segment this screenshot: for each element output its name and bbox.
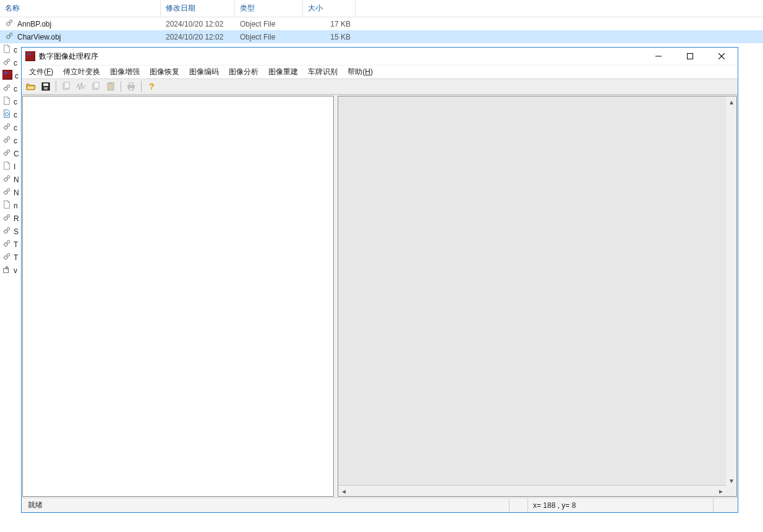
menu-analyze[interactable]: 图像分析 (224, 65, 263, 78)
svg-point-6 (4, 87, 7, 90)
minimize-button[interactable] (644, 48, 672, 65)
file-row[interactable]: AnnBP.obj2024/10/20 12:02Object File17 K… (0, 17, 763, 30)
status-ready: 就绪 (22, 498, 48, 512)
wave-icon (76, 82, 86, 91)
splitter[interactable] (335, 95, 337, 497)
bg-file-glimpse: v (14, 266, 17, 275)
bg-file-glimpse: c (14, 124, 17, 132)
menu-plate[interactable]: 车牌识别 (303, 65, 343, 78)
svg-point-20 (7, 214, 10, 217)
bg-file-item[interactable]: c (0, 43, 21, 56)
bg-file-item[interactable]: S (0, 225, 21, 238)
svg-text:?: ? (149, 82, 155, 91)
app-window: 数字图像处理程序 文件(F)傅立叶变换图像增强图像恢复图像编码图像分析图像重建车… (21, 47, 738, 513)
svg-point-10 (7, 124, 10, 126)
app-icon (25, 51, 35, 61)
file-name: CharView.obj (17, 33, 61, 41)
menu-encode[interactable]: 图像编码 (184, 65, 224, 78)
image-canvas[interactable] (338, 96, 736, 486)
file-icon (2, 70, 12, 82)
col-modified[interactable]: 修改日期 (161, 0, 235, 17)
print-icon (126, 82, 136, 91)
help-icon: ? (147, 82, 156, 91)
svg-point-17 (4, 191, 7, 194)
cut-button[interactable] (59, 80, 73, 93)
file-row[interactable]: CharView.obj2024/10/20 12:02Object File1… (0, 30, 763, 43)
bg-file-item[interactable]: c (0, 108, 21, 121)
open-button[interactable] (24, 80, 38, 93)
scrollbar-vertical[interactable]: ▴ ▾ (726, 96, 736, 486)
status-coordinates: x= 188 , y= 8 (527, 498, 713, 512)
toolbar: ? (22, 78, 738, 95)
obj-file-icon (5, 19, 14, 29)
svg-rect-33 (43, 83, 48, 86)
bg-file-item[interactable]: I (0, 160, 21, 173)
scrollbar-horizontal[interactable]: ◂ ▸ (338, 486, 736, 496)
maximize-button[interactable] (676, 48, 704, 65)
bg-file-item[interactable]: n (0, 199, 21, 212)
svg-point-23 (4, 243, 7, 246)
scroll-up-icon[interactable]: ▴ (726, 96, 736, 107)
toolbar-separator (56, 81, 56, 92)
file-type: Object File (235, 20, 303, 28)
scroll-left-icon[interactable]: ◂ (338, 486, 349, 496)
menu-bar: 文件(F)傅立叶变换图像增强图像恢复图像编码图像分析图像重建车牌识别帮助(H) (22, 65, 738, 78)
scroll-down-icon[interactable]: ▾ (726, 475, 736, 486)
bg-file-glimpse: c (14, 46, 17, 54)
col-name[interactable]: 名称 (0, 0, 161, 17)
svg-point-0 (7, 22, 10, 25)
svg-point-12 (7, 137, 10, 139)
bg-file-item[interactable]: c (0, 82, 21, 95)
menu-fourier[interactable]: 傅立叶变换 (58, 65, 105, 78)
bg-file-item[interactable]: R (0, 212, 21, 225)
file-icon (2, 148, 11, 159)
toolbar-separator (121, 81, 121, 92)
col-size[interactable]: 大小 (303, 0, 356, 17)
bg-file-item[interactable]: c (0, 134, 21, 147)
file-size: 17 KB (303, 20, 356, 28)
title-bar[interactable]: 数字图像处理程序 (22, 48, 738, 65)
help-button[interactable]: ? (145, 80, 158, 93)
bg-file-item[interactable]: N (0, 186, 21, 199)
save-button[interactable] (39, 80, 53, 93)
svg-rect-43 (129, 88, 133, 90)
client-area: ▴ ▾ ◂ ▸ (22, 95, 738, 497)
svg-point-1 (10, 20, 12, 22)
bg-file-glimpse: N (14, 175, 19, 184)
bg-file-item[interactable]: c (0, 56, 21, 69)
left-pane[interactable] (22, 96, 334, 497)
menu-rebuild[interactable]: 图像重建 (263, 65, 303, 78)
svg-rect-40 (109, 82, 113, 84)
svg-rect-42 (129, 83, 133, 85)
file-icon (2, 265, 11, 276)
col-type[interactable]: 类型 (235, 0, 303, 17)
menu-help[interactable]: 帮助(H) (343, 65, 378, 78)
bg-file-item[interactable]: c (0, 69, 21, 82)
bg-file-glimpse: S (14, 227, 19, 236)
svg-point-13 (4, 152, 7, 155)
paste-button[interactable] (104, 80, 117, 93)
wave-button[interactable] (74, 80, 88, 93)
svg-rect-27 (4, 268, 9, 272)
bg-file-item[interactable]: C (0, 147, 21, 160)
svg-point-2 (7, 35, 10, 38)
svg-rect-34 (44, 87, 48, 90)
cut-icon (61, 82, 71, 91)
file-icon (2, 83, 11, 94)
bg-file-item[interactable]: v (0, 264, 21, 277)
scroll-right-icon[interactable]: ▸ (715, 486, 726, 496)
copy-button[interactable] (89, 80, 103, 93)
bg-file-item[interactable]: N (0, 173, 21, 186)
bg-file-item[interactable]: c (0, 95, 21, 108)
menu-restore[interactable]: 图像恢复 (145, 65, 184, 78)
print-button[interactable] (124, 80, 138, 93)
bg-file-item[interactable]: T (0, 238, 21, 251)
close-button[interactable] (707, 48, 735, 65)
bg-file-item[interactable]: c (0, 121, 21, 134)
bg-file-glimpse: T (14, 253, 18, 262)
menu-enhance[interactable]: 图像增强 (105, 65, 145, 78)
menu-file[interactable]: 文件(F) (24, 65, 58, 78)
bg-file-item[interactable]: T (0, 251, 21, 264)
file-icon (2, 200, 11, 211)
svg-point-19 (4, 217, 7, 220)
